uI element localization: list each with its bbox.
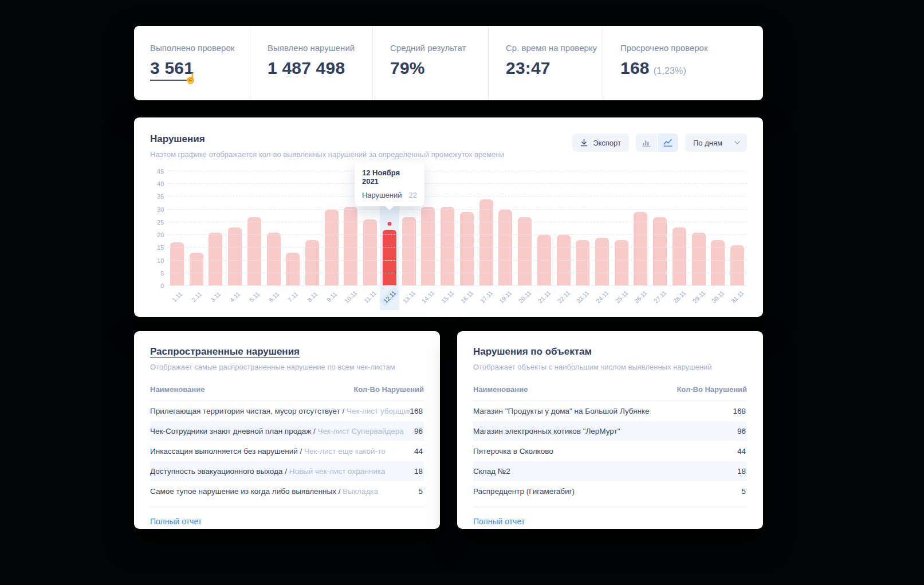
chart-bar[interactable] [245, 171, 264, 286]
chart-bar[interactable] [264, 171, 284, 286]
separator: / [311, 427, 317, 435]
chart-bar[interactable] [573, 171, 592, 286]
bar-chart-toggle-button[interactable] [636, 134, 657, 152]
x-axis-label: 24.11 [595, 289, 610, 305]
violations-chart-card: Нарушения Наэтом графике отображается ко… [134, 117, 763, 317]
table-row[interactable]: Доступность эвакуационного выхода / Новы… [150, 461, 424, 481]
chart-bar[interactable] [670, 171, 689, 286]
x-axis-label-slot: 25.11 [612, 286, 631, 310]
chart-bar[interactable] [631, 171, 651, 286]
x-axis-label-slot: 20.11 [515, 286, 534, 310]
gridline: 25 [167, 222, 747, 222]
common-violations-title[interactable]: Распространенные нарушения [150, 346, 424, 358]
chart-bar[interactable] [302, 171, 322, 286]
x-axis-label-slot: 5.11 [245, 286, 264, 310]
table-row[interactable]: Пятерочка в Сколково44 [473, 441, 747, 461]
chart-bar[interactable] [612, 171, 631, 286]
gridline: 20 [167, 234, 747, 235]
stat-label: Средний результат [390, 43, 488, 53]
table-row[interactable]: Чек-Сотрудники знают дневной план продаж… [150, 421, 424, 441]
checklist-link[interactable]: Чек-лист Супервайдера [318, 427, 404, 435]
chart-bar[interactable] [322, 171, 341, 286]
chart-bar[interactable] [457, 171, 477, 286]
period-select-value: По дням [693, 139, 722, 147]
table-row[interactable]: Магазин электронных котиков "ЛерМурт"96 [473, 421, 747, 441]
table-row[interactable]: Распредцентр (Гигамегабиг)5 [473, 481, 747, 501]
x-axis-label-slot: 22.11 [554, 286, 573, 310]
gridline: 10 [167, 260, 747, 261]
x-axis-label-slot: 3.11 [206, 286, 225, 310]
tooltip-date: 12 Ноября 2021 [362, 168, 417, 186]
table-row[interactable]: Инкассация выполняется без нарушений / Ч… [150, 441, 424, 461]
chart-bar[interactable] [225, 171, 245, 286]
column-header-count: Кол-Во Нарушений [353, 385, 424, 394]
x-axis-label: 14.11 [420, 289, 436, 305]
chart-bar[interactable] [709, 171, 728, 286]
chart-bar[interactable] [554, 171, 573, 286]
chart-subtitle: Наэтом графике отображается кол-во выявл… [150, 150, 504, 159]
full-report-link[interactable]: Полный отчет [150, 517, 202, 526]
export-button[interactable]: Экспорт [572, 134, 629, 152]
row-name: Магазин электронных котиков "ЛерМурт" [473, 427, 620, 435]
stat-value-link[interactable]: 3 561 [150, 58, 250, 81]
table-header: Наименование Кол-Во Нарушений [473, 385, 747, 401]
chart-bar[interactable] [206, 171, 225, 286]
separator: / [336, 487, 343, 496]
x-axis-label-slot: 10.11 [341, 286, 361, 310]
row-name: Склад №2 [473, 467, 510, 476]
violations-by-objects-table: Магазин "Продукты у дома" на Большой Луб… [473, 401, 747, 501]
table-row[interactable]: Прилегающая территория чистая, мусор отс… [150, 401, 424, 421]
x-axis-label: 16.11 [459, 289, 475, 305]
table-row[interactable]: Магазин "Продукты у дома" на Большой Луб… [473, 401, 747, 421]
chart-bar[interactable] [650, 171, 670, 286]
x-axis-label: 15.11 [440, 289, 455, 305]
chart-header: Нарушения Наэтом графике отображается ко… [150, 134, 747, 159]
x-axis-label: 5.11 [248, 290, 261, 303]
checklist-link[interactable]: Выкладка [343, 487, 378, 496]
full-report-link[interactable]: Полный отчет [473, 517, 525, 526]
gridline: 45 [167, 171, 747, 171]
chart-bar[interactable] [187, 171, 206, 286]
checklist-link[interactable]: Чек-лист еще какой-то [304, 447, 386, 456]
x-axis-label: 30.11 [710, 289, 726, 305]
x-axis-label-slot: 12.11 [380, 286, 399, 310]
chart-bar[interactable] [689, 171, 709, 286]
chart-bar[interactable] [592, 171, 612, 286]
chart-bar[interactable] [534, 171, 554, 286]
y-axis-tick: 5 [150, 270, 164, 277]
x-axis-label: 10.11 [343, 289, 359, 305]
checklist-link[interactable]: Новый чек-лист охранника [289, 467, 386, 476]
x-axis-label-slot: 2.11 [187, 286, 206, 310]
stat-completed-checks: Выполнено проверок 3 561 ☝ [134, 26, 250, 100]
period-select[interactable]: По дням [685, 134, 747, 152]
x-axis-label: 17.11 [478, 289, 494, 305]
export-label: Экспорт [593, 139, 621, 147]
table-footer: Полный отчет [150, 507, 424, 527]
chart-bar[interactable] [167, 171, 187, 286]
chart-bar[interactable] [496, 171, 515, 286]
chart-bar[interactable] [438, 171, 457, 286]
checklist-link[interactable]: Чек-лист уборщика... [347, 407, 410, 415]
chart-type-toggle [636, 134, 678, 152]
chart-controls: Экспорт По дням [572, 134, 747, 152]
violations-count: 5 [418, 487, 424, 496]
chart-bar[interactable] [477, 171, 496, 286]
chart-bar[interactable] [728, 171, 747, 286]
gridline: 40 [167, 183, 747, 184]
violations-count: 5 [741, 487, 747, 496]
x-axis-label-slot: 1.11 [167, 286, 187, 310]
violations-by-objects-subtitle: Отображает объекты с наибольшим числом в… [473, 363, 747, 371]
table-row[interactable]: Склад №218 [473, 461, 747, 481]
table-row[interactable]: Самое тупое нарушение из когда либо выяв… [150, 481, 424, 501]
violations-count: 168 [733, 407, 747, 415]
violations-count: 96 [737, 427, 747, 435]
chart-bar[interactable] [283, 171, 302, 286]
violations-by-objects-card: Нарушения по объектам Отображает объекты… [457, 331, 763, 529]
stat-label: Выявлено нарушений [268, 43, 372, 53]
line-chart-toggle-button[interactable] [657, 134, 678, 152]
chart-bar[interactable] [515, 171, 534, 286]
chart-tooltip: 12 Ноября 2021 Нарушений 22 [355, 162, 424, 206]
x-axis-label: 31.11 [730, 289, 745, 305]
stat-label: Ср. время на проверку [506, 43, 603, 53]
x-axis-label-slot: 28.11 [670, 286, 689, 310]
